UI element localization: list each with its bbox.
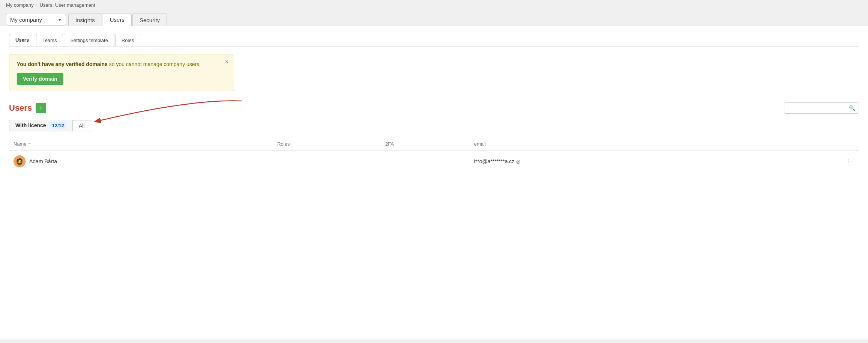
company-select-label: My company [10, 17, 42, 23]
email-value: i**o@a*******a.cz [474, 158, 515, 164]
close-button[interactable]: × [225, 59, 228, 65]
nav-tab-security[interactable]: Security [132, 14, 167, 26]
nav-tab-users[interactable]: Users [103, 13, 132, 26]
users-table: Name ↑ Roles 2FA email 🧔 Adam Bárta [9, 137, 859, 172]
user-2fa-cell [381, 151, 470, 172]
table-header-row: Name ↑ Roles 2FA email [9, 137, 859, 151]
warning-bold: You don't have any verified domains [17, 61, 108, 67]
top-nav: My company ▼ Insights Users Security [0, 10, 868, 26]
breadcrumb-separator: › [36, 3, 38, 8]
company-select[interactable]: My company ▼ [6, 14, 66, 26]
licence-badge: 12/12 [50, 122, 66, 129]
nav-tab-insights[interactable]: Insights [68, 14, 102, 26]
avatar-emoji: 🧔 [16, 158, 23, 165]
avatar: 🧔 [14, 155, 26, 167]
col-header-2fa: 2FA [381, 137, 470, 151]
sub-tab-teams[interactable]: Teams [36, 34, 63, 46]
breadcrumb-current: Users: User management [40, 2, 95, 8]
warning-rest: so you cannot manage company users. [109, 61, 201, 67]
chevron-down-icon: ▼ [58, 18, 62, 22]
filter-tab-with-licence-label: With licence [15, 122, 46, 128]
unverified-icon: ⊗ [516, 158, 521, 165]
col-header-email: email [470, 137, 750, 151]
user-email-cell: i**o@a*******a.cz ⊗ [470, 151, 750, 172]
add-user-button[interactable]: + [36, 103, 46, 113]
breadcrumb-root[interactable]: My company [6, 2, 34, 8]
search-wrapper: 🔍 [784, 102, 859, 114]
table-body: 🧔 Adam Bárta i**o@a*******a.cz ⊗ ⋮ [9, 151, 859, 172]
user-roles-cell [273, 151, 381, 172]
email-inner: i**o@a*******a.cz ⊗ [474, 158, 745, 165]
table-row: 🧔 Adam Bárta i**o@a*******a.cz ⊗ ⋮ [9, 151, 859, 172]
verify-domain-button[interactable]: Verify domain [17, 73, 63, 85]
user-name-inner: 🧔 Adam Bárta [14, 155, 268, 167]
filter-tab-all[interactable]: All [73, 120, 91, 131]
more-actions-button[interactable]: ⋮ [842, 156, 854, 167]
sub-tabs: Users Teams Settings template Roles [9, 34, 859, 47]
col-header-name: Name ↑ [9, 137, 273, 151]
users-title-area: Users + [9, 103, 46, 113]
sub-tab-roles[interactable]: Roles [115, 34, 140, 46]
users-title: Users [9, 103, 32, 113]
user-name: Adam Bárta [29, 158, 57, 164]
main-content: Users Teams Settings template Roles × Yo… [0, 26, 868, 339]
user-name-cell: 🧔 Adam Bárta [9, 151, 273, 172]
col-header-roles: Roles [273, 137, 381, 151]
table-header: Name ↑ Roles 2FA email [9, 137, 859, 151]
row-actions-cell: ⋮ [750, 151, 859, 172]
col-header-actions [750, 137, 859, 151]
warning-text: You don't have any verified domains so y… [17, 60, 226, 68]
breadcrumb: My company › Users: User management [0, 0, 868, 10]
warning-banner: × You don't have any verified domains so… [9, 54, 234, 91]
sub-tab-settings-template[interactable]: Settings template [64, 34, 114, 46]
search-input[interactable] [784, 102, 859, 114]
filter-tabs: With licence 12/12 All [9, 120, 859, 131]
sub-tab-users[interactable]: Users [9, 34, 35, 46]
filter-tab-with-licence[interactable]: With licence 12/12 [9, 120, 73, 131]
users-header: Users + 🔍 [9, 102, 859, 114]
